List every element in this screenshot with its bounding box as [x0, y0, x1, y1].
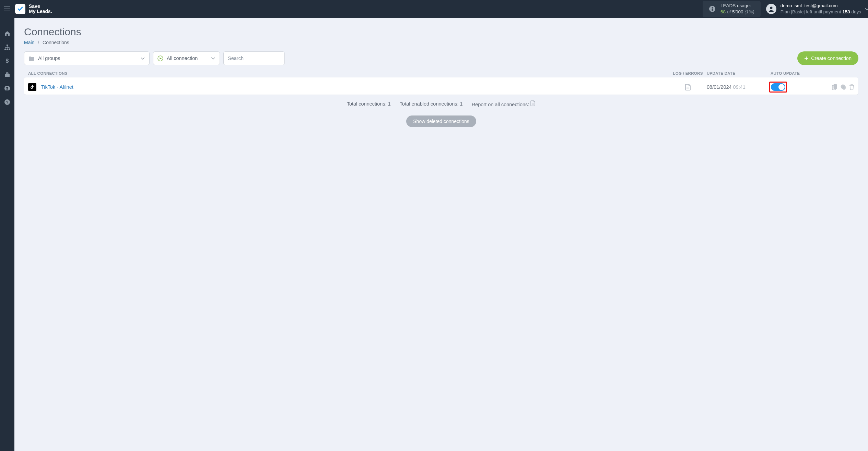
search-input-wrapper[interactable]: [223, 51, 285, 65]
groups-select[interactable]: All groups: [24, 51, 150, 65]
header: Save My Leads. LEADS usage: 68 of 5'000 …: [0, 0, 868, 18]
sidebar: $ ?: [0, 18, 14, 451]
report-icon[interactable]: [530, 100, 536, 106]
brand-logo[interactable]: Save My Leads.: [15, 4, 52, 14]
sidebar-item-connections[interactable]: [0, 40, 14, 54]
plus-icon: [804, 56, 808, 60]
auto-update-highlight: [769, 82, 787, 93]
leads-usage-values: 68 of 5'000 (1%): [720, 9, 754, 15]
summary-report: Report on all connections:: [472, 100, 536, 107]
table-header: ALL CONNECTIONS LOG / ERRORS UPDATE DATE…: [24, 69, 858, 77]
user-avatar-icon: [766, 4, 776, 14]
breadcrumb-sep: /: [38, 40, 39, 45]
tiktok-icon: [28, 83, 36, 91]
svg-text:?: ?: [6, 100, 9, 104]
svg-text:$: $: [6, 58, 9, 64]
create-connection-button[interactable]: Create connection: [797, 51, 858, 65]
update-date: 08/01/2024 09:41: [707, 84, 769, 90]
brand-line2: My Leads.: [29, 9, 52, 14]
connection-row: TikTok - Afilnet 08/01/2024 09:41: [24, 77, 858, 95]
create-connection-label: Create connection: [811, 56, 852, 61]
svg-rect-18: [834, 84, 837, 89]
delete-button[interactable]: [849, 84, 854, 90]
user-menu[interactable]: demo_sml_test@gmail.com Plan |Basic| lef…: [766, 3, 861, 15]
svg-rect-2: [712, 9, 713, 11]
th-date: UPDATE DATE: [707, 71, 769, 75]
main-content: Connections Main / Connections All group…: [14, 18, 868, 451]
info-icon: [709, 5, 716, 12]
toolbar: All groups All connection: [24, 51, 858, 65]
hamburger-menu[interactable]: [0, 0, 14, 18]
play-circle-icon: [157, 56, 163, 61]
leads-usage-label: LEADS usage:: [720, 3, 754, 9]
breadcrumb-root[interactable]: Main: [24, 40, 34, 45]
show-deleted-button[interactable]: Show deleted connections: [406, 115, 476, 127]
status-select[interactable]: All connection: [153, 51, 220, 65]
log-button[interactable]: [669, 84, 707, 90]
folder-icon: [28, 56, 35, 61]
search-input[interactable]: [228, 56, 280, 61]
th-log: LOG / ERRORS: [669, 71, 707, 75]
connection-link[interactable]: TikTok - Afilnet: [41, 84, 73, 90]
th-auto: AUTO UPDATE: [769, 71, 813, 75]
svg-rect-5: [7, 45, 8, 46]
sidebar-item-account[interactable]: [0, 82, 14, 95]
settings-button[interactable]: [840, 84, 846, 90]
chevron-down-icon[interactable]: [865, 7, 868, 11]
summary-enabled: Total enabled connections: 1: [400, 101, 463, 107]
copy-button[interactable]: [832, 84, 837, 90]
svg-rect-7: [7, 49, 8, 50]
brand-name: Save My Leads.: [29, 4, 52, 14]
sidebar-item-help[interactable]: ?: [0, 95, 14, 109]
svg-point-13: [6, 87, 8, 89]
breadcrumb-current: Connections: [43, 40, 69, 45]
svg-rect-10: [5, 74, 10, 77]
leads-usage-panel[interactable]: LEADS usage: 68 of 5'000 (1%): [703, 1, 761, 17]
chevron-down-icon: [211, 56, 215, 61]
auto-update-toggle[interactable]: [771, 83, 785, 91]
svg-rect-6: [4, 49, 6, 50]
summary-bar: Total connections: 1 Total enabled conne…: [24, 100, 858, 107]
svg-point-4: [770, 7, 772, 9]
groups-select-label: All groups: [38, 56, 60, 61]
user-email: demo_sml_test@gmail.com: [781, 3, 861, 9]
breadcrumb: Main / Connections: [24, 40, 858, 45]
brand-line1: Save: [29, 3, 40, 9]
th-name: ALL CONNECTIONS: [28, 71, 669, 75]
status-select-label: All connection: [167, 56, 198, 61]
svg-rect-11: [6, 73, 8, 74]
svg-point-1: [712, 7, 713, 8]
svg-rect-8: [9, 49, 10, 50]
sidebar-item-home[interactable]: [0, 27, 14, 40]
logo-badge-icon: [15, 4, 25, 14]
summary-total: Total connections: 1: [347, 101, 391, 107]
user-plan: Plan |Basic| left until payment 153 days: [781, 9, 861, 15]
chevron-down-icon: [140, 56, 145, 61]
sidebar-item-billing[interactable]: $: [0, 54, 14, 68]
sidebar-item-briefcase[interactable]: [0, 68, 14, 82]
page-title: Connections: [24, 26, 858, 38]
